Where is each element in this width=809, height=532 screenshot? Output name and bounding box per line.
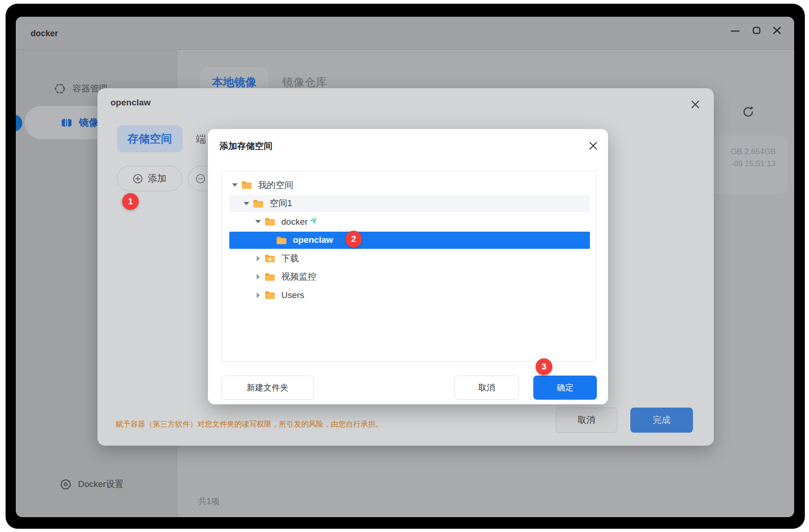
picker-confirm-button[interactable]: 确定 — [533, 376, 597, 400]
caret-right-icon[interactable] — [255, 255, 261, 262]
dialog-tab-storage[interactable]: 存储空间 — [117, 125, 182, 152]
caret-down-icon[interactable] — [244, 200, 249, 207]
modal-title: 添加存储空间 — [220, 140, 272, 152]
tab-label: 存储空间 — [128, 131, 172, 146]
maximize-button[interactable] — [750, 24, 763, 37]
gear-icon — [60, 479, 71, 490]
active-edge-indicator — [16, 115, 22, 131]
new-folder-label: 新建文件夹 — [247, 382, 289, 393]
sync-plane-icon — [308, 217, 317, 227]
permission-warning-text: 赋予容器（第三方软件）对您文件夹的读写权限，所引发的风险，由您自行承担。 — [116, 420, 383, 429]
folder-icon — [276, 236, 287, 245]
caret-right-icon[interactable] — [255, 292, 261, 298]
tree-row-我的空间[interactable]: 我的空间 — [229, 176, 590, 194]
tree-label: openclaw — [293, 235, 333, 245]
close-icon — [588, 141, 598, 151]
tree-label: Users — [281, 290, 304, 300]
close-window-button[interactable] — [770, 24, 783, 37]
annotation-badge-3: 3 — [536, 358, 552, 375]
add-storage-button[interactable]: 添加 — [117, 166, 182, 191]
maximize-icon — [752, 26, 761, 35]
folder-icon — [265, 217, 275, 226]
folder-icon — [265, 291, 275, 299]
plus-circle-icon — [133, 174, 143, 184]
tab-label: 端口 — [196, 133, 206, 148]
sidebar-label: Docker设置 — [78, 478, 123, 490]
tree-row-docker[interactable]: docker — [229, 213, 590, 230]
images-icon — [61, 117, 72, 128]
tree-label: 我的空间 — [258, 179, 293, 191]
minimize-button[interactable] — [729, 24, 742, 37]
dialog-done-button[interactable]: 完成 — [630, 408, 693, 433]
tree-row-视频监控[interactable]: 视频监控 — [229, 268, 590, 285]
tree-row-空间1[interactable]: 空间1 — [229, 195, 590, 212]
tab-label: 镜像仓库 — [282, 75, 327, 90]
new-folder-button[interactable]: 新建文件夹 — [221, 376, 314, 400]
folder-icon — [241, 181, 252, 189]
annotation-badge-2: 2 — [345, 231, 362, 247]
tree-label: docker — [281, 217, 308, 227]
window-title: docker — [31, 29, 58, 39]
tree-label: 空间1 — [270, 197, 292, 209]
dialog-cancel-button[interactable]: 取消 — [556, 408, 617, 433]
tab-label: 本地镜像 — [212, 75, 257, 90]
folder-icon — [253, 199, 264, 208]
caret-down-icon[interactable] — [255, 219, 261, 225]
caret-down-icon[interactable] — [232, 182, 238, 188]
close-icon — [690, 99, 700, 110]
annotation-badge-1: 1 — [122, 193, 139, 210]
tree-label: 视频监控 — [281, 271, 317, 283]
dialog-tab-ports[interactable]: 端口 — [196, 131, 208, 148]
close-icon — [772, 26, 782, 35]
caret-spacer — [267, 237, 272, 243]
dialog-close-button[interactable] — [689, 98, 702, 111]
dialog-title: openclaw — [110, 97, 151, 108]
confirm-label: 确定 — [557, 382, 574, 393]
add-label: 添加 — [148, 172, 167, 185]
app-window: docker 容器管理 镜像 Docker设置 本地镜像 — [16, 17, 794, 517]
refresh-icon — [742, 105, 755, 118]
tree-row-下载[interactable]: 下载 — [229, 250, 590, 267]
download-folder-icon — [265, 254, 275, 263]
picker-cancel-button[interactable]: 取消 — [454, 376, 519, 400]
folder-icon — [265, 272, 275, 281]
item-count: 共1项 — [198, 496, 220, 507]
refresh-button[interactable] — [742, 105, 755, 118]
minimize-icon — [731, 26, 740, 35]
title-bar — [16, 17, 794, 49]
folder-tree: 我的空间空间1dockeropenclaw下载视频监控Users — [221, 171, 597, 362]
caret-right-icon[interactable] — [255, 273, 261, 280]
container-icon — [54, 83, 66, 95]
tree-row-openclaw[interactable]: openclaw — [229, 232, 590, 249]
cancel-label: 取消 — [479, 382, 495, 393]
tree-label: 下载 — [281, 253, 299, 265]
minus-circle-icon — [195, 174, 206, 184]
sidebar-item-docker-settings[interactable]: Docker设置 — [60, 478, 123, 490]
tree-row-Users[interactable]: Users — [229, 286, 590, 304]
modal-close-button[interactable] — [587, 139, 600, 152]
cancel-label: 取消 — [578, 414, 595, 426]
sidebar-label: 镜像 — [79, 116, 98, 129]
done-label: 完成 — [653, 414, 671, 426]
